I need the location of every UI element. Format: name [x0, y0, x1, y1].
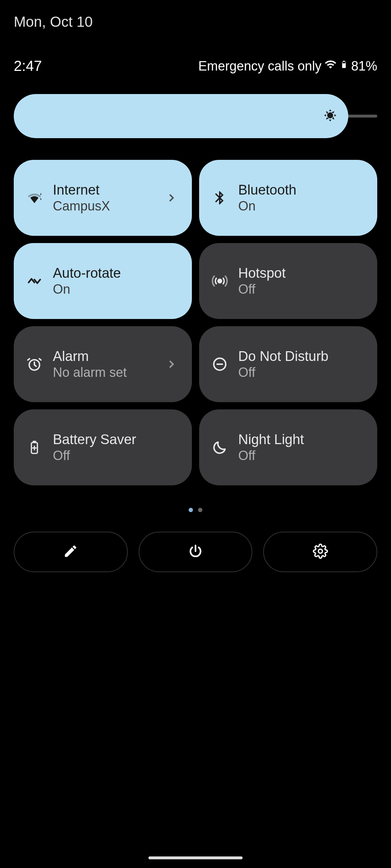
svg-point-6: [318, 549, 322, 553]
tile-bluetooth[interactable]: Bluetooth On: [199, 160, 377, 236]
tile-auto-rotate[interactable]: Auto-rotate On: [14, 243, 192, 319]
brightness-slider-container: [14, 94, 377, 138]
status-time: 2:47: [14, 58, 42, 74]
tile-do-not-disturb[interactable]: Do Not Disturb Off: [199, 326, 377, 402]
bottom-action-buttons: [14, 532, 377, 572]
tile-title: Battery Saver: [53, 432, 177, 447]
tile-title: Do Not Disturb: [238, 349, 363, 364]
moon-icon: [210, 438, 230, 457]
tile-hotspot[interactable]: Hotspot Off: [199, 243, 377, 319]
chevron-right-icon: [166, 358, 177, 370]
battery-pct-text: 81%: [351, 59, 377, 74]
battery-icon: [340, 58, 348, 74]
svg-rect-0: [342, 62, 345, 63]
brightness-icon: [323, 108, 337, 124]
power-button[interactable]: [139, 532, 253, 572]
power-icon: [188, 544, 203, 560]
svg-point-2: [218, 279, 222, 283]
tile-subtitle: CampusX: [53, 199, 157, 214]
pencil-icon: [63, 544, 78, 560]
tile-title: Auto-rotate: [53, 265, 177, 281]
network-status-text: Emergency calls only: [198, 59, 321, 74]
tile-subtitle: No alarm set: [53, 365, 157, 380]
tile-internet[interactable]: Internet CampusX: [14, 160, 192, 236]
navigation-handle[interactable]: [148, 856, 243, 859]
dnd-icon: [210, 354, 230, 374]
tile-night-light[interactable]: Night Light Off: [199, 409, 377, 485]
tile-title: Night Light: [238, 432, 363, 447]
tile-alarm[interactable]: Alarm No alarm set: [14, 326, 192, 402]
bluetooth-icon: [210, 188, 230, 208]
page-dot-active: [189, 508, 193, 512]
svg-point-1: [328, 113, 332, 118]
tile-title: Hotspot: [238, 265, 363, 281]
hotspot-icon: [210, 271, 230, 291]
date-label: Mon, Oct 10: [14, 14, 93, 30]
chevron-right-icon: [166, 192, 177, 204]
settings-button[interactable]: [263, 532, 377, 572]
auto-rotate-icon: [25, 271, 44, 291]
tile-subtitle: Off: [238, 365, 363, 380]
gear-icon: [313, 544, 328, 560]
brightness-slider[interactable]: [14, 94, 377, 138]
tile-subtitle: Off: [238, 282, 363, 297]
tile-subtitle: On: [238, 199, 363, 214]
wifi-icon: [324, 58, 337, 74]
page-indicator: [0, 508, 391, 512]
edit-button[interactable]: [14, 532, 128, 572]
tile-battery-saver[interactable]: Battery Saver Off: [14, 409, 192, 485]
tile-title: Internet: [53, 182, 157, 198]
battery-saver-icon: [25, 438, 44, 457]
wifi-icon: [25, 188, 44, 208]
page-dot-inactive: [198, 508, 202, 512]
brightness-fill: [14, 94, 348, 138]
status-right: Emergency calls only 81%: [198, 58, 377, 74]
tile-subtitle: On: [53, 282, 177, 297]
alarm-icon: [25, 354, 44, 374]
tile-subtitle: Off: [238, 448, 363, 463]
tile-title: Alarm: [53, 349, 157, 364]
quick-settings-tiles: Internet CampusX Bluetooth On Auto-rotat…: [14, 160, 377, 485]
tile-title: Bluetooth: [238, 182, 363, 198]
status-bar: 2:47 Emergency calls only 81%: [0, 58, 391, 74]
tile-subtitle: Off: [53, 448, 177, 463]
